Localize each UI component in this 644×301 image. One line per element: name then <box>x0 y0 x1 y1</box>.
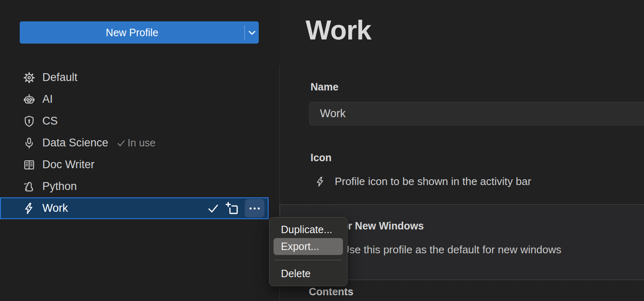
profile-row-cs[interactable]: CS <box>0 110 269 132</box>
profile-row-work[interactable]: Work <box>0 197 269 219</box>
context-menu: Duplicate... Export... Delete <box>269 217 347 286</box>
profile-name: Data Science <box>42 137 108 149</box>
profile-name: CS <box>42 115 58 127</box>
check-icon <box>116 138 126 148</box>
profile-name: Work <box>42 202 68 215</box>
profile-list: Default AI <box>0 67 269 219</box>
book-icon <box>23 158 36 171</box>
robot-icon <box>23 93 36 106</box>
active-check-icon <box>206 201 220 215</box>
in-use-badge: In use <box>116 137 156 149</box>
new-windows-description: Use this profile as the default for new … <box>342 243 561 256</box>
ellipsis-icon <box>248 202 261 215</box>
more-actions-button[interactable] <box>245 199 264 218</box>
menu-separator <box>274 260 342 260</box>
row-actions <box>206 199 264 218</box>
icon-row[interactable]: Profile icon to be shown in the activity… <box>315 175 531 188</box>
profile-row-python[interactable]: Python <box>0 176 269 197</box>
profile-row-default[interactable]: Default <box>0 67 269 88</box>
profile-name-input[interactable] <box>309 102 644 125</box>
menu-item-delete[interactable]: Delete <box>274 265 343 282</box>
icon-label: Icon <box>310 152 331 164</box>
profile-row-ai[interactable]: AI <box>0 88 269 110</box>
mic-icon <box>23 137 36 150</box>
new-windows-row: Use this profile as the default for new … <box>329 243 561 256</box>
menu-item-duplicate[interactable]: Duplicate... <box>274 221 343 238</box>
chevron-down-icon <box>246 27 258 38</box>
icon-description: Profile icon to be shown in the activity… <box>335 175 531 188</box>
zap-icon <box>23 202 36 215</box>
page-title: Work <box>306 16 371 44</box>
profile-name: Default <box>42 71 78 84</box>
new-profile-dropdown[interactable] <box>245 21 259 44</box>
snake-icon <box>23 180 36 193</box>
name-label: Name <box>310 81 338 93</box>
profile-row-doc-writer[interactable]: Doc Writer <box>0 154 269 176</box>
new-profile-button[interactable]: New Profile <box>20 21 259 44</box>
in-use-label: In use <box>128 137 156 149</box>
shield-icon <box>23 115 36 128</box>
profile-name: Python <box>42 180 77 193</box>
new-profile-button-label[interactable]: New Profile <box>20 21 244 44</box>
zap-icon <box>315 176 326 188</box>
gear-icon <box>23 71 36 84</box>
new-window-button[interactable] <box>225 201 240 216</box>
profile-name: Doc Writer <box>42 158 94 171</box>
profile-row-data-science[interactable]: Data Science In use <box>0 132 269 154</box>
profile-name: AI <box>42 93 53 106</box>
menu-item-export[interactable]: Export... <box>274 238 343 255</box>
profiles-sidebar: New Profile Default <box>0 0 279 301</box>
contents-heading: Contents <box>309 286 353 298</box>
